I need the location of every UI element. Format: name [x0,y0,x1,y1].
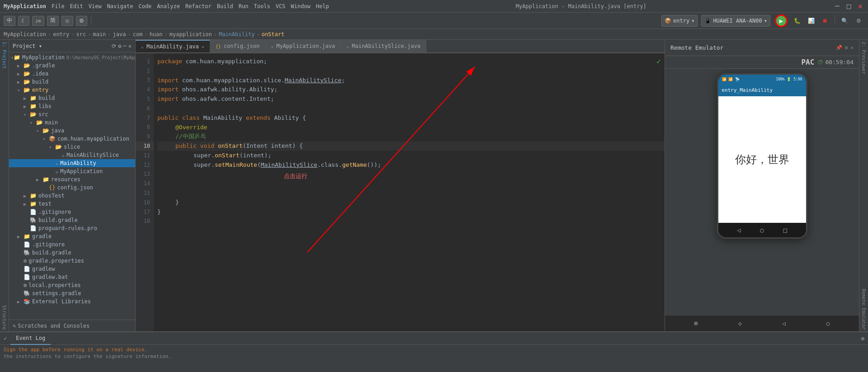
breadcrumb-myapplication-pkg[interactable]: myapplication [170,31,212,38]
tree-slice-folder[interactable]: ▾ 📂 slice [9,143,135,151]
chinese-btn-zhong[interactable]: 中 [4,16,15,26]
debug-button[interactable]: 🐛 [791,15,803,27]
phone-back-btn[interactable]: ◁ [737,226,741,234]
tree-main[interactable]: ▾ 📂 main [9,118,135,127]
tree-myapplication[interactable]: ☕ MyApplication [9,167,135,175]
bottom-tab-event-log[interactable]: Event Log [10,332,51,345]
emulator-ctrl-home[interactable]: ○ [826,320,830,327]
emulator-ctrl-grid[interactable]: ⊞ [694,320,698,327]
tree-build-gradle-entry[interactable]: 🐘 build.gradle [9,216,135,224]
close-panel-icon[interactable]: ✕ [850,45,854,51]
code-editor[interactable]: package com.huan.myapplication; import c… [154,53,665,331]
tree-test[interactable]: ▶ 📁 test [9,200,135,208]
tree-build-root[interactable]: ▶ 📂 build [9,78,135,86]
tree-idea[interactable]: ▶ 📂 .idea [9,70,135,78]
chinese-btn-jian[interactable]: 简 [47,16,59,26]
tab-mainability[interactable]: ☕ MainAbility.java ✕ [136,40,210,52]
view-menu[interactable]: View [89,3,102,9]
tools-menu[interactable]: Tools [254,3,270,9]
project-vertical-tab[interactable]: 1: Project [1,40,8,71]
breadcrumb-main[interactable]: main [93,31,106,38]
tree-gradle[interactable]: ▶ 📂 .gradle [9,61,135,70]
tab-mainability-close[interactable]: ✕ [202,44,204,49]
tree-gitignore-root[interactable]: 📄 .gitignore [9,240,135,249]
sidebar-icon-close[interactable]: ✕ [128,43,132,49]
phone-recent-btn[interactable]: □ [783,226,787,234]
tree-entry-libs[interactable]: ▶ 📁 libs [9,102,135,110]
tree-gradle-properties[interactable]: ⚙ gradle.properties [9,257,135,265]
breadcrumb-mainability[interactable]: MainAbility [219,31,255,38]
minimize-button[interactable]: ─ [833,2,841,10]
tree-gradlew[interactable]: 📄 gradlew [9,265,135,273]
chinese-btn-moon[interactable]: ☾ [18,16,29,26]
tree-mainability[interactable]: ☕ MainAbility [9,159,135,167]
tree-config-json[interactable]: {} config.json [9,184,135,192]
chinese-btn-settings[interactable]: ⚙ [76,16,87,26]
stop-button[interactable]: ⏹ [819,15,831,27]
vcs-menu[interactable]: VCS [276,3,286,9]
sidebar-icon-refresh[interactable]: ⟳ [112,43,116,49]
sidebar-icon-settings[interactable]: ⚙ [118,43,121,49]
breadcrumb-src[interactable]: src [76,31,86,38]
breadcrumb-myapplication[interactable]: MyApplication [4,31,46,38]
profile-button[interactable]: 📊 [805,15,817,27]
phone-home-btn[interactable]: ○ [760,226,764,234]
tree-gitignore-entry[interactable]: 📄 .gitignore [9,208,135,216]
scratches-and-consoles[interactable]: ✎ Scratches and Consoles [9,320,135,331]
device-dropdown[interactable]: 📱 HUAWEI ANA-AN00 ▾ [701,15,770,27]
tree-build-gradle-root[interactable]: 🐘 build.gradle [9,249,135,257]
tree-mainabilityslice[interactable]: ☕ MainAbilitySlice [9,151,135,159]
pin-icon[interactable]: 📌 [836,45,842,51]
navigate-menu[interactable]: Navigate [107,3,133,9]
file-menu[interactable]: File [52,3,65,9]
window-menu[interactable]: Window [291,3,310,9]
bottom-settings-icon[interactable]: ⚙ [861,335,864,342]
help-menu[interactable]: Help [316,3,329,9]
tree-ohostest[interactable]: ▶ 📁 ohosTest [9,192,135,200]
previewer-vertical-tab[interactable]: 2: Previewer [860,40,867,76]
close-button[interactable]: ✕ [856,2,864,10]
analyze-menu[interactable]: Analyze [157,3,180,9]
sidebar-icon-collapse[interactable]: ─ [123,43,127,49]
emulator-ctrl-diamond[interactable]: ◇ [738,320,742,327]
tab-myapplication[interactable]: ☕ MyApplication.java [265,40,341,52]
app-name[interactable]: MyApplication [4,3,46,9]
tree-com-pkg[interactable]: ▾ 📦 com.huan.myapplication [9,135,135,143]
breadcrumb-huan[interactable]: huan [150,31,163,38]
run-menu[interactable]: Run [239,3,249,9]
tree-java[interactable]: ▾ 📂 java [9,127,135,135]
chinese-btn-music[interactable]: ♪» [32,16,44,26]
structure-vertical-tab[interactable]: Structure [1,303,8,331]
tree-gradle-folder[interactable]: ▶ 📁 gradle [9,232,135,240]
tab-config[interactable]: {} config.json [210,40,266,52]
remote-emulator-vertical-tab[interactable]: Remote Emulator [860,287,867,331]
tree-gradlew-bat[interactable]: 📄 gradlew.bat [9,273,135,281]
run-button[interactable]: ▶ [775,14,788,27]
entry-dropdown[interactable]: 📦 entry ▾ [661,15,698,27]
build-menu[interactable]: Build [217,3,233,9]
settings-toolbar-btn[interactable]: ⚙ [853,15,864,27]
breadcrumb-entry[interactable]: entry [53,31,69,38]
settings-icon-panel[interactable]: ⚙ [845,45,848,51]
breadcrumb-com[interactable]: com [133,31,143,38]
tab-mainabilityslice[interactable]: ☕ MainAbilitySlice.java [341,40,426,52]
tree-entry[interactable]: ▾ 📂 entry [9,86,135,94]
tree-entry-src[interactable]: ▾ 📂 src [9,110,135,118]
breadcrumb-onstart[interactable]: onStart [262,31,285,38]
tree-local-properties[interactable]: ⚙ local.properties [9,281,135,289]
emulator-ctrl-back[interactable]: ◁ [782,320,786,327]
tree-root-myapplication[interactable]: ▾ 📁 MyApplication D:\HarmonyOS_Project\M… [9,53,135,61]
tree-proguard[interactable]: 📄 proguard-rules.pro [9,224,135,232]
refactor-menu[interactable]: Refactor [185,3,212,9]
tree-external-libraries[interactable]: ▶ 📚 External Libraries [9,297,135,306]
tree-resources[interactable]: ▶ 📁 resources [9,175,135,184]
chinese-btn-emoji[interactable]: ☺ [61,16,73,26]
maximize-button[interactable]: □ [845,2,853,10]
breadcrumb-java[interactable]: java [113,31,126,38]
code-menu[interactable]: Code [138,3,151,9]
search-toolbar-btn[interactable]: 🔍 [839,15,851,27]
tree-settings-gradle[interactable]: 🐘 settings.gradle [9,289,135,297]
tree-entry-build[interactable]: ▶ 📁 build [9,94,135,102]
bottom-left-icon-1[interactable]: ✓ [4,335,7,342]
edit-menu[interactable]: Edit [70,3,83,9]
